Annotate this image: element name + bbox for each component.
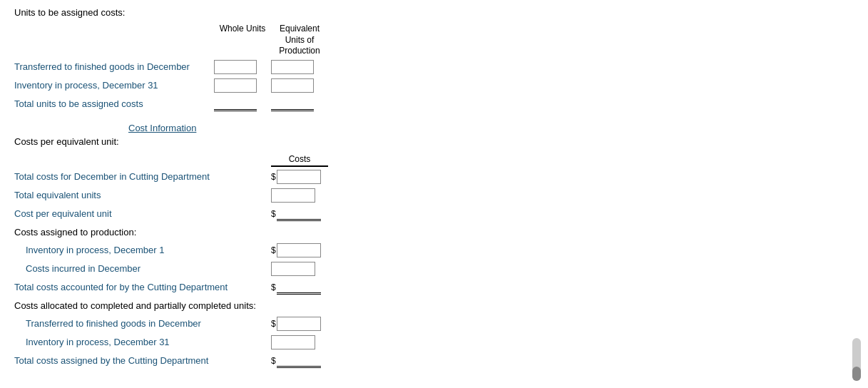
dollar-sign-6: $ (271, 356, 276, 366)
row-allocated-inventory: Inventory in process, December 31 (14, 335, 514, 349)
costs-input-cost-per-unit[interactable] (277, 207, 321, 221)
label-total-units: Total units to be assigned costs (14, 98, 214, 109)
label-inventory-dec1: Inventory in process, December 1 (14, 245, 271, 255)
allocated-label: Costs allocated to completed and partial… (14, 300, 514, 311)
costs-input-allocated-transferred[interactable] (277, 317, 321, 331)
input-equiv-units-1 (271, 60, 321, 74)
input-total-costs-december: $ (271, 170, 328, 184)
costs-input-total-accounted[interactable] (277, 280, 321, 295)
row-total-equiv-units: Total equivalent units (14, 188, 514, 203)
input-inventory-dec1: $ (271, 243, 328, 257)
input-allocated-transferred: $ (271, 317, 328, 331)
costs-assigned-text: Costs assigned to production: (14, 227, 136, 238)
input-total-equiv-units (271, 188, 328, 203)
equiv-units-input-2[interactable] (271, 78, 314, 93)
equiv-units-input-3[interactable] (271, 97, 314, 111)
whole-units-input-3[interactable] (214, 97, 257, 111)
costs-input-total-costs[interactable] (277, 170, 321, 184)
label-total-costs-december: Total costs for December in Cutting Depa… (14, 171, 271, 182)
row-inventory-dec1: Inventory in process, December 1 $ (14, 243, 514, 257)
label-total-costs-assigned: Total costs assigned by the Cutting Depa… (14, 355, 271, 366)
units-table: Whole Units Equivalent Units of Producti… (14, 24, 514, 111)
input-equiv-units-3 (271, 97, 321, 111)
row-total-costs-accounted: Total costs accounted for by the Cutting… (14, 280, 514, 295)
row-costs-incurred: Costs incurred in December (14, 262, 514, 276)
col-header-equivalent-units: Equivalent Units of Production (271, 24, 328, 57)
input-allocated-inventory (271, 335, 328, 349)
label-total-equiv-units: Total equivalent units (14, 190, 271, 200)
costs-assigned-label: Costs assigned to production: (14, 227, 514, 238)
label-costs-incurred: Costs incurred in December (14, 263, 271, 274)
costs-input-incurred[interactable] (271, 262, 315, 276)
label-cost-per-equiv-unit: Cost per equivalent unit (14, 208, 271, 219)
whole-units-input-2[interactable] (214, 78, 257, 93)
equiv-units-input-1[interactable] (271, 60, 314, 74)
dollar-sign-5: $ (271, 319, 276, 329)
costs-input-allocated-inventory[interactable] (271, 335, 315, 349)
units-header-row: Whole Units Equivalent Units of Producti… (214, 24, 514, 57)
input-whole-units-2 (214, 78, 264, 93)
dollar-sign-2: $ (271, 209, 276, 219)
costs-input-equiv-units[interactable] (271, 188, 315, 203)
scrollbar[interactable] (852, 338, 861, 379)
whole-units-input-1[interactable] (214, 60, 257, 74)
costs-input-total-assigned[interactable] (277, 354, 321, 368)
input-whole-units-1 (214, 60, 264, 74)
costs-per-unit-label: Costs per equivalent unit: (14, 136, 514, 147)
input-cost-per-equiv-unit: $ (271, 207, 328, 221)
label-total-costs-accounted: Total costs accounted for by the Cutting… (14, 282, 271, 292)
cost-information-link[interactable]: Cost Information (128, 123, 514, 133)
dollar-sign-3: $ (271, 245, 276, 255)
label-allocated-transferred: Transferred to finished goods in Decembe… (14, 318, 271, 329)
row-inventory-dec31: Inventory in process, December 31 (14, 78, 514, 93)
label-inventory-dec31: Inventory in process, December 31 (14, 80, 214, 91)
label-transferred-finished-goods: Transferred to finished goods in Decembe… (14, 61, 214, 72)
dollar-sign-4: $ (271, 282, 276, 292)
input-whole-units-3 (214, 97, 264, 111)
col-header-costs: Costs (271, 154, 328, 167)
input-total-costs-accounted: $ (271, 280, 328, 295)
row-cost-per-equiv-unit: Cost per equivalent unit $ (14, 207, 514, 221)
input-equiv-units-2 (271, 78, 321, 93)
scroll-thumb[interactable] (852, 367, 861, 379)
col-header-whole-units: Whole Units (214, 24, 271, 57)
allocated-text: Costs allocated to completed and partial… (14, 300, 256, 311)
row-total-costs-assigned: Total costs assigned by the Cutting Depa… (14, 354, 514, 368)
label-allocated-inventory: Inventory in process, December 31 (14, 337, 271, 347)
section-title: Units to be assigned costs: (14, 7, 514, 18)
row-transferred-finished-goods: Transferred to finished goods in Decembe… (14, 60, 514, 74)
row-allocated-transferred: Transferred to finished goods in Decembe… (14, 317, 514, 331)
page-container: Units to be assigned costs: Whole Units … (14, 7, 514, 368)
input-costs-incurred (271, 262, 328, 276)
dollar-sign-1: $ (271, 172, 276, 182)
costs-header-row: Costs (271, 154, 514, 167)
costs-input-inventory-dec1[interactable] (277, 243, 321, 257)
row-total-costs-december: Total costs for December in Cutting Depa… (14, 170, 514, 184)
row-total-units: Total units to be assigned costs (14, 97, 514, 111)
input-total-costs-assigned: $ (271, 354, 328, 368)
